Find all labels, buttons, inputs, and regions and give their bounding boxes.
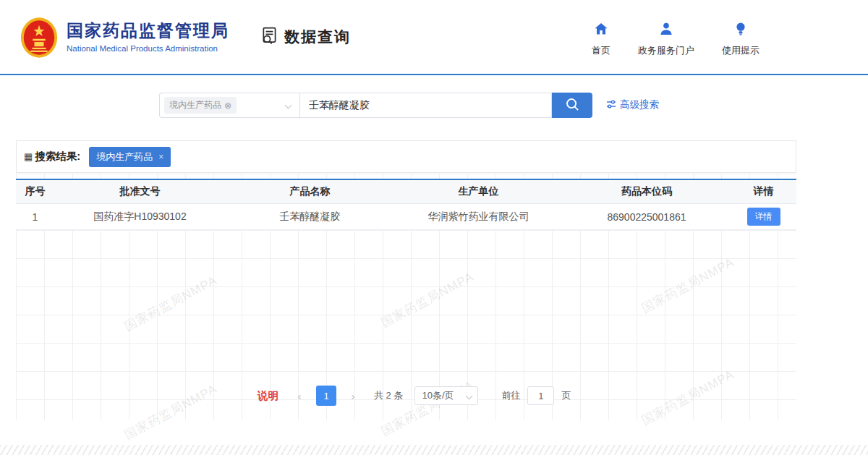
search-button[interactable] (552, 93, 592, 118)
filter-tag-close-icon[interactable]: × (158, 152, 163, 162)
table-header-row: 序号 批准文号 产品名称 生产单位 药品本位码 详情 (16, 180, 796, 204)
footer-hatch-pattern (0, 445, 868, 455)
category-select[interactable]: 境内生产药品 ⊗ (159, 93, 299, 118)
column-header-detail: 详情 (731, 185, 796, 198)
total-count-label: 共 2 条 (374, 389, 403, 402)
page-title: 数据查询 (260, 26, 351, 48)
category-tag-close-icon[interactable]: ⊗ (224, 101, 231, 111)
goto-page-input[interactable] (527, 386, 554, 405)
cell-manufacturer: 华润紫竹药业有限公司 (394, 211, 563, 224)
column-header-product-name: 产品名称 (226, 185, 394, 198)
cell-code: 86900225001861 (563, 211, 731, 223)
table-region: 国家药监局NMPA 国家药监局NMPA 国家药监局NMPA 国家药监局NMPA … (16, 174, 796, 420)
table-row: 1 国药准字H10930102 壬苯醇醚凝胶 华润紫竹药业有限公司 869002… (16, 204, 796, 230)
results-bar: ▦ 搜索结果: 境内生产药品 × (16, 140, 796, 173)
watermark-text: 国家药监局NMPA (639, 254, 737, 317)
search-input[interactable] (299, 93, 552, 118)
next-page-button[interactable]: › (344, 386, 362, 406)
watermark-text: 国家药监局NMPA (639, 366, 737, 429)
page-title-text: 数据查询 (284, 27, 351, 47)
watermark-text: 国家药监局NMPA (122, 272, 220, 335)
cell-product-name: 壬苯醇醚凝胶 (226, 211, 394, 224)
nmpa-emblem-logo (20, 17, 58, 59)
nav-item-home[interactable]: 首页 (592, 22, 610, 57)
page-size-value: 10条/页 (422, 389, 454, 402)
results-label: ▦ 搜索结果: (24, 150, 80, 163)
results-filter-tag[interactable]: 境内生产药品 × (89, 147, 171, 167)
nav-label-gov-portal: 政务服务门户 (638, 44, 694, 57)
pagination: 说明 ‹ 1 › 共 2 条 10条/页 前往 页 (258, 386, 571, 406)
nav-item-tips[interactable]: 使用提示 (722, 22, 760, 57)
header: 国家药品监督管理局 National Medical Products Admi… (0, 0, 868, 74)
column-header-approval-no: 批准文号 (54, 185, 226, 198)
nav-label-home: 首页 (592, 44, 610, 57)
prev-page-button[interactable]: ‹ (290, 386, 309, 406)
top-nav: 首页 政务服务门户 使 (592, 22, 760, 57)
nav-label-tips: 使用提示 (722, 44, 760, 57)
org-name: 国家药品监督管理局 (67, 20, 229, 41)
page: 国家药品监督管理局 National Medical Products Admi… (0, 0, 868, 455)
search-row: 境内生产药品 ⊗ (159, 93, 592, 118)
user-icon (659, 22, 673, 39)
cell-approval-no: 国药准字H10930102 (54, 211, 226, 224)
watermark-text: 国家药监局NMPA (378, 268, 477, 331)
search-icon (565, 97, 580, 114)
bulb-icon (733, 22, 748, 39)
header-divider (0, 74, 868, 75)
cell-index: 1 (16, 211, 54, 223)
note-link[interactable]: 说明 (258, 389, 278, 403)
page-size-select[interactable]: 10条/页 (414, 386, 478, 405)
column-header-code: 药品本位码 (563, 185, 731, 198)
category-tag: 境内生产药品 ⊗ (164, 97, 237, 114)
data-query-icon (260, 26, 279, 48)
nav-item-gov-portal[interactable]: 政务服务门户 (638, 22, 694, 57)
home-icon (594, 22, 608, 39)
column-header-manufacturer: 生产单位 (394, 185, 563, 198)
goto-suffix-label: 页 (561, 389, 571, 402)
detail-button[interactable]: 详情 (747, 208, 780, 226)
grid-icon: ▦ (24, 151, 33, 162)
category-tag-label: 境内生产药品 (169, 99, 221, 111)
advanced-filter-icon (606, 99, 616, 111)
goto-label: 前往 (501, 389, 520, 402)
chevron-down-icon (285, 102, 292, 109)
advanced-search-label: 高级搜索 (620, 98, 659, 111)
watermark-text: 国家药监局NMPA (122, 380, 220, 443)
advanced-search-link[interactable]: 高级搜索 (606, 98, 659, 111)
org-title-block: 国家药品监督管理局 National Medical Products Admi… (67, 20, 229, 53)
chevron-down-icon (466, 393, 473, 400)
filter-tag-label: 境内生产药品 (96, 150, 153, 163)
column-header-index: 序号 (16, 185, 54, 198)
org-name-en: National Medical Products Administration (67, 44, 229, 53)
current-page-button[interactable]: 1 (316, 386, 336, 406)
results-label-text: 搜索结果: (35, 150, 80, 163)
